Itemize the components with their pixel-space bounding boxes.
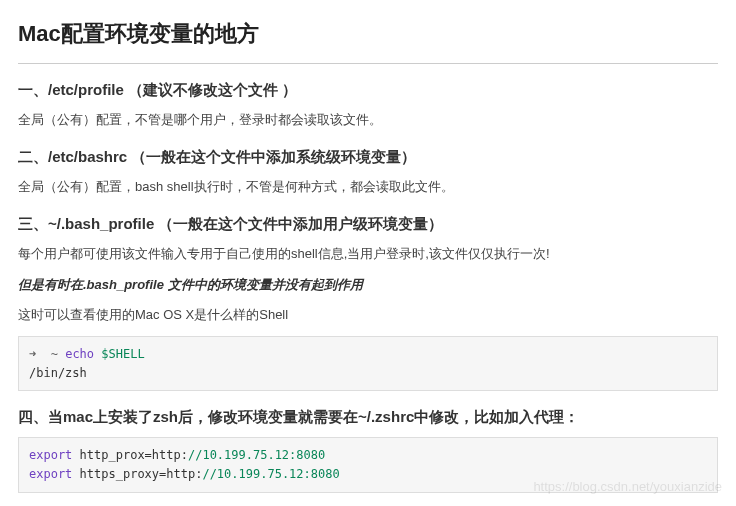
section-3-heading: 三、~/.bash_profile （一般在这个文件中添加用户级环境变量） [18,212,718,236]
title-divider [18,63,718,64]
section-3-para-2: 这时可以查看使用的Mac OS X是什么样的Shell [18,305,718,326]
prompt-tilde: ~ [51,347,58,361]
section-3-emphasis: 但是有时在.bash_profile 文件中的环境变量并没有起到作用 [18,275,718,296]
code-block-shell-echo: ➜ ~ echo $SHELL /bin/zsh [18,336,718,391]
url-1: //10.199.75.12:8080 [188,448,325,462]
assign-1: http_prox=http: [72,448,188,462]
section-2-para-1: 全局（公有）配置，bash shell执行时，不管是何种方式，都会读取此文件。 [18,177,718,198]
page-title: Mac配置环境变量的地方 [18,16,718,51]
url-2: //10.199.75.12:8080 [202,467,339,481]
section-4-heading: 四、当mac上安装了zsh后，修改环境变量就需要在~/.zshrc中修改，比如加… [18,405,718,429]
kw-export-1: export [29,448,72,462]
section-1-heading: 一、/etc/profile （建议不修改这个文件 ） [18,78,718,102]
var-shell: $SHELL [101,347,144,361]
echo-output: /bin/zsh [29,366,87,380]
section-1-para-1: 全局（公有）配置，不管是哪个用户，登录时都会读取该文件。 [18,110,718,131]
code-block-export-proxy: export http_prox=http://10.199.75.12:808… [18,437,718,492]
kw-export-2: export [29,467,72,481]
assign-2: https_proxy=http: [72,467,202,481]
cmd-echo: echo [65,347,94,361]
section-3-para-1: 每个用户都可使用该文件输入专用于自己使用的shell信息,当用户登录时,该文件仅… [18,244,718,265]
section-2-heading: 二、/etc/bashrc （一般在这个文件中添加系统级环境变量） [18,145,718,169]
prompt-arrow-icon: ➜ [29,347,36,361]
